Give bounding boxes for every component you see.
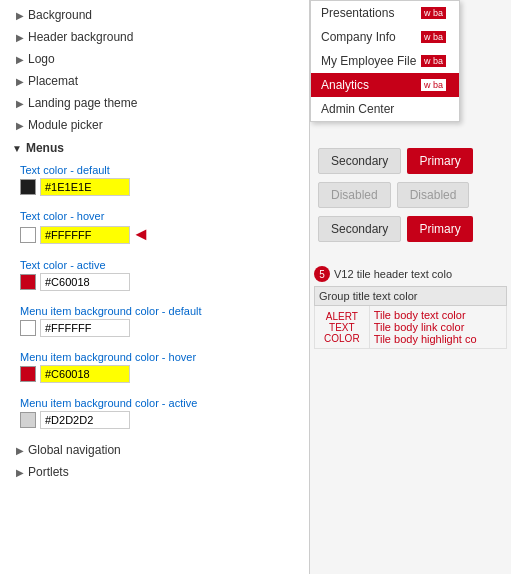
disabled-button-1: Disabled	[318, 182, 391, 208]
dropdown-item-admin-center[interactable]: Admin Center	[311, 97, 459, 121]
color-input-row-menu-bg-hover	[20, 365, 301, 383]
tile-col-header-group: Group title text color	[315, 287, 507, 306]
dropdown-item-company-info[interactable]: Company Info w ba	[311, 25, 459, 49]
tile-row-1: ALERTTEXTCOLOR Tile body text color Tile…	[315, 306, 507, 349]
field-group-menu-bg-active: Menu item background color - active	[0, 393, 309, 439]
tile-body-text: Tile body text color	[374, 309, 502, 321]
menus-label: Menus	[26, 141, 64, 155]
button-preview-area: Secondary Primary Disabled Disabled Seco…	[310, 140, 511, 258]
arrow-icon: ▶	[16, 98, 24, 109]
nav-item-landing-page-theme[interactable]: ▶ Landing page theme	[0, 92, 309, 114]
color-input-text-default[interactable]	[40, 178, 130, 196]
dropdown-item-label: Admin Center	[321, 102, 394, 116]
tile-body-cell: Tile body text color Tile body link colo…	[369, 306, 506, 349]
nav-label: Landing page theme	[28, 96, 137, 110]
color-swatch-hover[interactable]	[20, 227, 36, 243]
color-input-text-active[interactable]	[40, 273, 130, 291]
color-input-row-menu-bg-active	[20, 411, 301, 429]
color-swatch-menu-bg-hover[interactable]	[20, 366, 36, 382]
new-badge: w ba	[421, 7, 446, 19]
dropdown-item-label: My Employee File	[321, 54, 416, 68]
color-input-row-active	[20, 273, 301, 291]
arrow-icon: ▶	[16, 467, 24, 478]
arrow-icon: ▶	[16, 445, 24, 456]
section-badge: 5	[314, 266, 330, 282]
nav-label: Logo	[28, 52, 55, 66]
field-label-menu-bg-hover[interactable]: Menu item background color - hover	[20, 351, 301, 363]
hover-indicator: ◄	[132, 224, 150, 245]
tile-table: Group title text color ALERTTEXTCOLOR Ti…	[314, 286, 507, 349]
secondary-button-2[interactable]: Secondary	[318, 216, 401, 242]
dropdown-item-my-employee-file[interactable]: My Employee File w ba	[311, 49, 459, 73]
primary-button-1[interactable]: Primary	[407, 148, 472, 174]
dropdown-item-label: Presentations	[321, 6, 394, 20]
color-input-row-menu-bg-default	[20, 319, 301, 337]
field-group-text-color-active: Text color - active	[0, 255, 309, 301]
dropdown-item-label: Analytics	[321, 78, 369, 92]
nav-label: Portlets	[28, 465, 69, 479]
arrow-down-icon: ▼	[12, 143, 22, 154]
nav-item-header-background[interactable]: ▶ Header background	[0, 26, 309, 48]
field-group-text-color-hover: Text color - hover ◄	[0, 206, 309, 255]
arrow-icon: ▶	[16, 76, 24, 87]
field-label-menu-bg-active[interactable]: Menu item background color - active	[20, 397, 301, 409]
dropdown-item-analytics[interactable]: Analytics w ba	[311, 73, 459, 97]
button-row-3: Secondary Primary	[318, 216, 503, 242]
color-swatch-active[interactable]	[20, 274, 36, 290]
tile-section-header: 5 V12 tile header text colo	[314, 266, 507, 282]
button-row-2: Disabled Disabled	[318, 182, 503, 208]
nav-item-background[interactable]: ▶ Background	[0, 4, 309, 26]
disabled-button-2: Disabled	[397, 182, 470, 208]
field-group-menu-bg-hover: Menu item background color - hover	[0, 347, 309, 393]
field-label-text-color-active[interactable]: Text color - active	[20, 259, 301, 271]
menus-section-header[interactable]: ▼ Menus	[0, 136, 309, 160]
color-input-row-hover: ◄	[20, 224, 301, 245]
field-group-text-color-default: Text color - default	[0, 160, 309, 206]
new-badge: w ba	[421, 79, 446, 91]
nav-item-portlets[interactable]: ▶ Portlets	[0, 461, 309, 483]
new-badge: w ba	[421, 31, 446, 43]
left-panel: ▶ Background ▶ Header background ▶ Logo …	[0, 0, 310, 574]
nav-label: Background	[28, 8, 92, 22]
secondary-button-1[interactable]: Secondary	[318, 148, 401, 174]
arrow-icon: ▶	[16, 54, 24, 65]
color-swatch-menu-bg-active[interactable]	[20, 412, 36, 428]
tile-section: 5 V12 tile header text colo Group title …	[310, 266, 511, 349]
color-swatch-default[interactable]	[20, 179, 36, 195]
dropdown-item-presentations[interactable]: Presentations w ba	[311, 1, 459, 25]
right-panel: Presentations w ba Company Info w ba My …	[310, 0, 511, 574]
field-label-text-color-default[interactable]: Text color - default	[20, 164, 301, 176]
dropdown-item-label: Company Info	[321, 30, 396, 44]
arrow-icon: ▶	[16, 10, 24, 21]
color-input-menu-bg-default[interactable]	[40, 319, 130, 337]
nav-item-global-navigation[interactable]: ▶ Global navigation	[0, 439, 309, 461]
color-input-text-hover[interactable]	[40, 226, 130, 244]
dropdown-menu: Presentations w ba Company Info w ba My …	[310, 0, 460, 122]
new-badge: w ba	[421, 55, 446, 67]
color-swatch-menu-bg-default[interactable]	[20, 320, 36, 336]
nav-item-module-picker[interactable]: ▶ Module picker	[0, 114, 309, 136]
nav-label: Header background	[28, 30, 133, 44]
color-input-row-default	[20, 178, 301, 196]
color-input-menu-bg-active[interactable]	[40, 411, 130, 429]
arrow-icon: ▶	[16, 120, 24, 131]
tile-section-title: V12 tile header text colo	[334, 268, 452, 280]
alert-text-cell: ALERTTEXTCOLOR	[315, 306, 370, 349]
field-label-menu-bg-default[interactable]: Menu item background color - default	[20, 305, 301, 317]
tile-body-highlight: Tile body highlight co	[374, 333, 502, 345]
nav-label: Module picker	[28, 118, 103, 132]
nav-item-logo[interactable]: ▶ Logo	[0, 48, 309, 70]
nav-label: Global navigation	[28, 443, 121, 457]
button-row-1: Secondary Primary	[318, 148, 503, 174]
primary-button-2[interactable]: Primary	[407, 216, 472, 242]
alert-text-label: ALERTTEXTCOLOR	[319, 311, 365, 344]
color-input-menu-bg-hover[interactable]	[40, 365, 130, 383]
arrow-icon: ▶	[16, 32, 24, 43]
nav-item-placemat[interactable]: ▶ Placemat	[0, 70, 309, 92]
field-label-text-color-hover[interactable]: Text color - hover	[20, 210, 301, 222]
field-group-menu-bg-default: Menu item background color - default	[0, 301, 309, 347]
tile-body-link: Tile body link color	[374, 321, 502, 333]
nav-label: Placemat	[28, 74, 78, 88]
